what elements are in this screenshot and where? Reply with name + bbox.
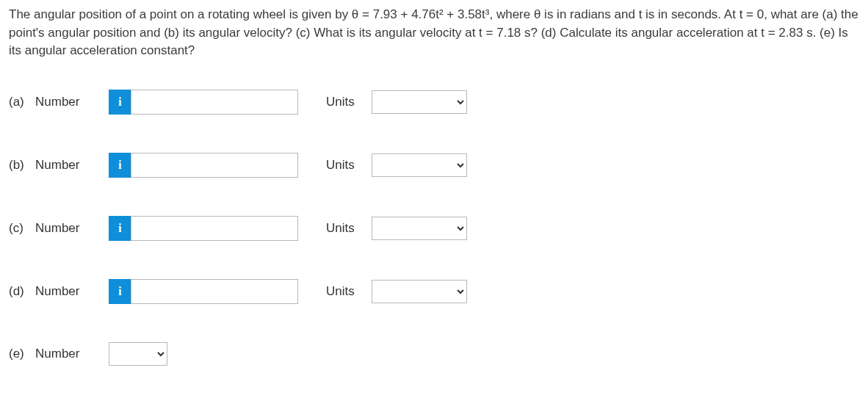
units-select-d[interactable]: [372, 280, 467, 303]
number-label: Number: [35, 221, 109, 236]
units-select-b[interactable]: [372, 153, 467, 177]
answer-row-a: (a) Number i Units: [9, 90, 859, 115]
problem-statement: The angular position of a point on a rot…: [9, 6, 859, 60]
answer-row-e: (e) Number: [9, 342, 859, 366]
info-icon[interactable]: i: [109, 216, 131, 241]
part-label-e: (e): [9, 347, 35, 361]
units-select-a[interactable]: [372, 90, 467, 114]
info-icon[interactable]: i: [109, 90, 131, 115]
number-input-a[interactable]: [131, 90, 298, 115]
units-label: Units: [326, 221, 372, 236]
number-label: Number: [35, 158, 109, 173]
units-label: Units: [326, 158, 372, 173]
answer-row-b: (b) Number i Units: [9, 153, 859, 178]
problem-text: The angular position of a point on a rot…: [9, 7, 858, 57]
part-label-a: (a): [9, 95, 35, 109]
number-label: Number: [35, 95, 109, 109]
number-label: Number: [35, 347, 109, 361]
units-label: Units: [326, 284, 372, 299]
answer-row-d: (d) Number i Units: [9, 279, 859, 304]
units-select-c[interactable]: [372, 217, 467, 240]
info-icon[interactable]: i: [109, 279, 131, 304]
part-label-c: (c): [9, 221, 35, 236]
answer-select-e[interactable]: [109, 342, 167, 366]
part-label-b: (b): [9, 158, 35, 173]
number-label: Number: [35, 284, 109, 299]
number-input-d[interactable]: [131, 279, 298, 304]
answer-row-c: (c) Number i Units: [9, 216, 859, 241]
number-input-c[interactable]: [131, 216, 298, 241]
part-label-d: (d): [9, 284, 35, 299]
units-label: Units: [326, 95, 372, 109]
number-input-b[interactable]: [131, 153, 298, 178]
info-icon[interactable]: i: [109, 153, 131, 178]
